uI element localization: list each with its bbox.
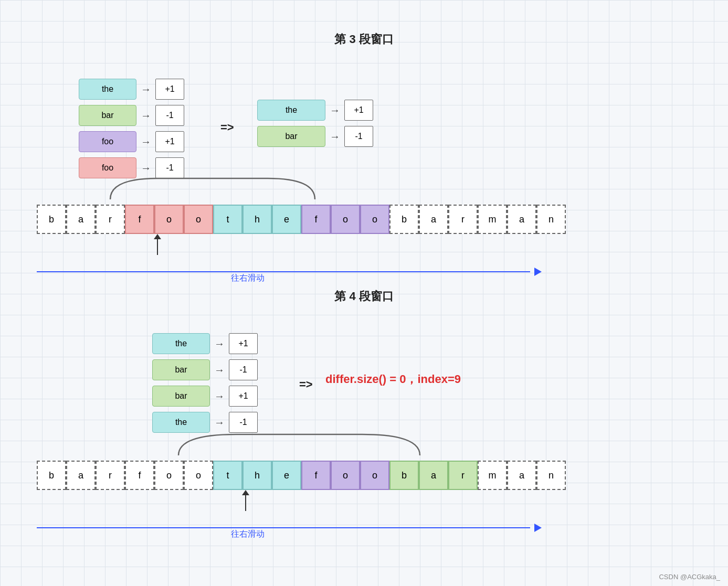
s4-count-1: +1 bbox=[229, 333, 258, 354]
s4-char-f1: f bbox=[125, 461, 154, 490]
s4-char-a2: a bbox=[419, 461, 448, 490]
section3-title: 第 3 段窗口 bbox=[0, 16, 728, 47]
s4-arrow-4: → bbox=[214, 417, 225, 429]
result-row-1: the → +1 bbox=[257, 100, 373, 121]
char-e1: e bbox=[272, 205, 301, 234]
s4-char-t1: t bbox=[213, 461, 242, 490]
count-plus1-1: +1 bbox=[155, 79, 184, 100]
s4-char-h1: h bbox=[242, 461, 272, 490]
section4-arrow-up bbox=[242, 490, 249, 511]
arrowline-1 bbox=[157, 239, 158, 255]
s4-char-o4: o bbox=[360, 461, 389, 490]
s4-arrow-3: → bbox=[214, 390, 225, 402]
arrow-2: → bbox=[141, 110, 151, 122]
word-foo-1: foo bbox=[79, 131, 136, 152]
section4-word-boxes: the → +1 bar → -1 bar → +1 the → -1 bbox=[152, 333, 258, 433]
char-a1: a bbox=[66, 205, 96, 234]
s4-word-row-1: the → +1 bbox=[152, 333, 258, 354]
count-minus1-1: -1 bbox=[155, 105, 184, 126]
s4-char-r1: r bbox=[96, 461, 125, 490]
char-f1: f bbox=[125, 205, 154, 234]
s4-char-e1: e bbox=[272, 461, 301, 490]
arrow-1: → bbox=[141, 83, 151, 95]
char-n1: n bbox=[536, 205, 566, 234]
watermark: CSDN @ACGkaka_ bbox=[659, 573, 720, 581]
result-count-2: -1 bbox=[344, 126, 373, 147]
result-arrow-1: → bbox=[330, 104, 340, 116]
word-row-2: bar → -1 bbox=[79, 105, 184, 126]
s4-count-2: -1 bbox=[229, 359, 258, 380]
s4-char-a1: a bbox=[66, 461, 96, 490]
char-f2: f bbox=[301, 205, 331, 234]
section3-arrow-up bbox=[154, 234, 161, 255]
s4-char-n1: n bbox=[536, 461, 566, 490]
s4-word-row-3: bar → +1 bbox=[152, 386, 258, 407]
result-bar: bar bbox=[257, 126, 325, 147]
section3-slide-arrow bbox=[37, 268, 542, 276]
slide-arrowhead-1 bbox=[534, 268, 542, 276]
slide-arrowhead-2 bbox=[534, 524, 542, 532]
word-the-1: the bbox=[79, 79, 136, 100]
result-count-1: +1 bbox=[344, 100, 373, 121]
s4-char-o1: o bbox=[154, 461, 184, 490]
s4-word-the-1: the bbox=[152, 333, 210, 354]
s4-word-bar-2: bar bbox=[152, 386, 210, 407]
s4-word-bar-1: bar bbox=[152, 359, 210, 380]
char-h1: h bbox=[242, 205, 272, 234]
char-a3: a bbox=[507, 205, 536, 234]
section3-brace bbox=[100, 173, 325, 205]
s4-char-a3: a bbox=[507, 461, 536, 490]
section4-brace bbox=[168, 429, 430, 461]
s4-char-r2: r bbox=[448, 461, 478, 490]
char-o4: o bbox=[360, 205, 389, 234]
section3: 第 3 段窗口 the → +1 bar → -1 foo → +1 bbox=[0, 16, 728, 205]
result-arrow-2: → bbox=[330, 131, 340, 143]
char-b2: b bbox=[389, 205, 419, 234]
s4-count-3: +1 bbox=[229, 386, 258, 407]
s4-char-o2: o bbox=[184, 461, 213, 490]
section3-char-array: b a r f o o t h e f o o b a r m a n bbox=[37, 205, 566, 234]
char-o1: o bbox=[154, 205, 184, 234]
section3-implies: => bbox=[220, 121, 234, 134]
char-m1: m bbox=[478, 205, 507, 234]
arrow-4: → bbox=[141, 162, 151, 174]
section4-char-array: b a r f o o t h e f o o b a r m a n bbox=[37, 461, 566, 490]
section4-title: 第 4 段窗口 bbox=[0, 278, 728, 304]
slide-line-2 bbox=[37, 527, 530, 528]
word-bar-1: bar bbox=[79, 105, 136, 126]
result-the: the bbox=[257, 100, 325, 121]
s4-char-m1: m bbox=[478, 461, 507, 490]
s4-word-row-2: bar → -1 bbox=[152, 359, 258, 380]
s4-char-f2: f bbox=[301, 461, 331, 490]
s4-char-b2: b bbox=[389, 461, 419, 490]
section4-slide-label: 往右滑动 bbox=[231, 529, 265, 540]
arrowhead-up-2 bbox=[242, 490, 249, 495]
section4: 第 4 段窗口 the → +1 bar → -1 bar → +1 bbox=[0, 278, 728, 462]
s4-char-o3: o bbox=[331, 461, 360, 490]
arrowhead-up-1 bbox=[154, 234, 161, 239]
section3-word-boxes: the → +1 bar → -1 foo → +1 foo → -1 bbox=[79, 79, 184, 178]
section3-result-boxes: the → +1 bar → -1 bbox=[257, 100, 373, 147]
section4-slide-arrow bbox=[37, 524, 542, 532]
char-r1: r bbox=[96, 205, 125, 234]
char-r2: r bbox=[448, 205, 478, 234]
char-o3: o bbox=[331, 205, 360, 234]
char-o2: o bbox=[184, 205, 213, 234]
result-row-2: bar → -1 bbox=[257, 126, 373, 147]
arrowline-2 bbox=[245, 495, 246, 511]
s4-arrow-1: → bbox=[214, 338, 225, 350]
char-b1: b bbox=[37, 205, 66, 234]
char-t1: t bbox=[213, 205, 242, 234]
word-row-1: the → +1 bbox=[79, 79, 184, 100]
arrow-3: → bbox=[141, 136, 151, 148]
word-row-3: foo → +1 bbox=[79, 131, 184, 152]
section4-implies: => bbox=[299, 378, 313, 391]
s4-char-b1: b bbox=[37, 461, 66, 490]
slide-line-1 bbox=[37, 271, 530, 272]
char-a2: a bbox=[419, 205, 448, 234]
s4-arrow-2: → bbox=[214, 364, 225, 376]
count-plus1-2: +1 bbox=[155, 131, 184, 152]
differ-result: differ.size() = 0，index=9 bbox=[325, 371, 461, 387]
